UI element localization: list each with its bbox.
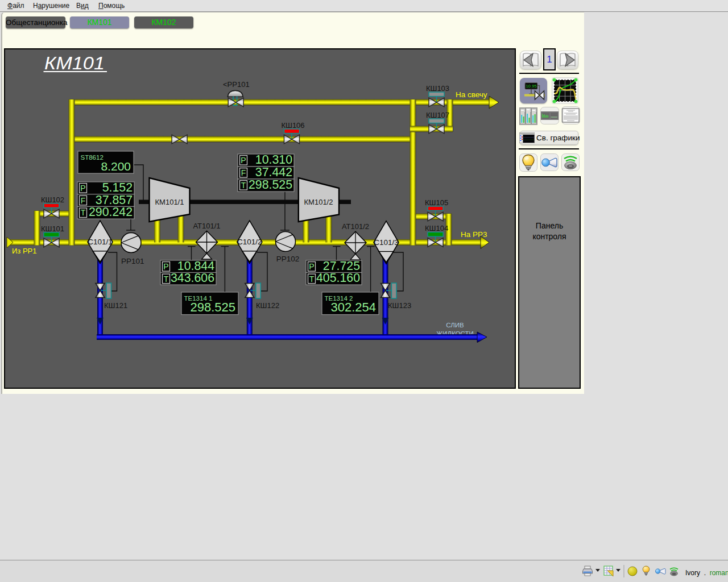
svg-text:КМ101: КМ101	[44, 53, 105, 73]
svg-text:298.525: 298.525	[190, 300, 235, 314]
svg-text:КШ123: КШ123	[388, 301, 411, 310]
svg-text:P: P	[80, 184, 85, 193]
svg-text:<РР101: <РР101	[223, 80, 250, 89]
svg-text:На свечу: На свечу	[456, 90, 487, 99]
svg-text:СЛИВ: СЛИВ	[446, 322, 464, 329]
svg-text:КШ105: КШ105	[425, 198, 448, 207]
svg-text:Из РР1: Из РР1	[12, 247, 37, 255]
svg-text:КШ103: КШ103	[426, 84, 449, 93]
svg-text:37.857: 37.857	[96, 193, 133, 207]
svg-text:АТ101/2: АТ101/2	[342, 222, 369, 231]
svg-text:27.725: 27.725	[323, 259, 360, 273]
svg-text:C101/1: C101/1	[88, 238, 113, 246]
svg-text:10.95: 10.95	[526, 84, 537, 89]
svg-text:C101/3: C101/3	[374, 238, 399, 247]
svg-text:КМ101/2: КМ101/2	[304, 198, 333, 206]
svg-text:405.160: 405.160	[316, 271, 360, 285]
svg-text:T: T	[164, 275, 169, 284]
svg-text:F: F	[81, 196, 86, 205]
svg-text:298.525: 298.525	[249, 178, 292, 192]
svg-text:F: F	[241, 168, 246, 177]
svg-text:C101/2: C101/2	[237, 238, 262, 246]
svg-text:T: T	[309, 275, 315, 284]
svg-text:343.606: 343.606	[171, 271, 214, 285]
svg-text:P: P	[241, 156, 246, 165]
svg-text:290.242: 290.242	[89, 205, 133, 219]
svg-text:На РР3: На РР3	[461, 230, 487, 239]
svg-text:АТ101/1: АТ101/1	[193, 222, 220, 230]
svg-text:P: P	[163, 262, 168, 271]
svg-text:8.200: 8.200	[101, 160, 131, 173]
svg-text:T: T	[81, 208, 86, 217]
svg-text:КШ101: КШ101	[41, 225, 64, 233]
svg-text:37.442: 37.442	[255, 165, 292, 179]
svg-text:КМ101/1: КМ101/1	[155, 198, 184, 206]
svg-text:5.152: 5.152	[102, 181, 133, 194]
svg-text:T: T	[241, 181, 246, 190]
svg-text:КШ121: КШ121	[104, 301, 127, 310]
svg-text:P: P	[309, 262, 314, 271]
svg-text:РР101: РР101	[121, 257, 144, 265]
svg-text:КШ122: КШ122	[256, 301, 279, 310]
svg-text:РР102: РР102	[276, 255, 300, 263]
svg-text:КШ102: КШ102	[41, 196, 64, 204]
svg-text:КШ106: КШ106	[281, 121, 304, 130]
svg-text:КШ107: КШ107	[426, 111, 449, 119]
svg-text:302.254: 302.254	[330, 300, 376, 314]
svg-text:10.844: 10.844	[177, 259, 214, 273]
svg-text:КШ104: КШ104	[425, 224, 448, 232]
svg-text:ST8612: ST8612	[81, 154, 104, 161]
svg-text:10.310: 10.310	[255, 153, 292, 167]
